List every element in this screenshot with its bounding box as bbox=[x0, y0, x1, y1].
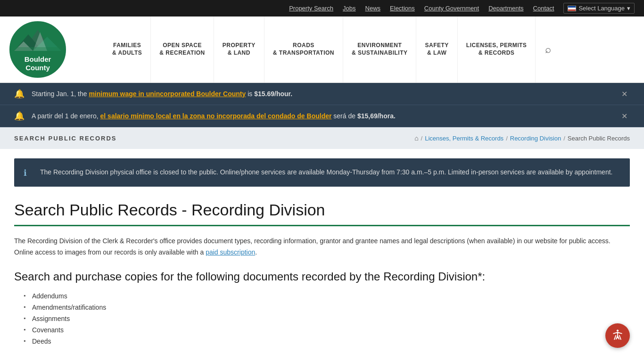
breadcrumb: ⌂ / Licenses, Permits & Records / Record… bbox=[414, 134, 630, 142]
alert-row-english: 🔔 Starting Jan. 1, the minimum wage in u… bbox=[0, 83, 644, 105]
property-search-link[interactable]: Property Search bbox=[289, 5, 333, 12]
nav-property[interactable]: PROPERTY& LAND bbox=[214, 16, 264, 82]
breadcrumb-section: SEARCH PUBLIC RECORDS ⌂ / Licenses, Perm… bbox=[0, 127, 644, 149]
elections-link[interactable]: Elections bbox=[390, 5, 415, 12]
main-content: Search Public Records - Recording Divisi… bbox=[0, 196, 644, 361]
info-icon: ℹ bbox=[24, 168, 33, 178]
top-bar-links: Property Search Jobs News Elections Coun… bbox=[289, 5, 554, 12]
main-header: BoulderCounty FAMILIES& ADULTS OPEN SPAC… bbox=[0, 16, 644, 83]
nav-safety[interactable]: SAFETY& LAW bbox=[416, 16, 457, 82]
bell-icon: 🔔 bbox=[14, 89, 25, 99]
departments-link[interactable]: Departments bbox=[488, 5, 523, 12]
accessibility-button[interactable] bbox=[605, 323, 630, 348]
page-section-title: SEARCH PUBLIC RECORDS bbox=[14, 135, 117, 142]
jobs-link[interactable]: Jobs bbox=[343, 5, 355, 12]
language-selector[interactable]: Select Language ▾ bbox=[563, 3, 635, 14]
logo-mountains bbox=[11, 25, 64, 53]
nav-families[interactable]: FAMILIES& ADULTS bbox=[104, 16, 151, 82]
chevron-down-icon: ▾ bbox=[627, 5, 630, 12]
svg-point-7 bbox=[617, 330, 619, 332]
top-bar: Property Search Jobs News Elections Coun… bbox=[0, 0, 644, 16]
list-item: Amendments/ratifications bbox=[24, 302, 630, 313]
intro-paragraph: The Recording Division of the Clerk & Re… bbox=[14, 236, 630, 258]
nav-open-space[interactable]: OPEN SPACE& RECREATION bbox=[151, 16, 214, 82]
list-item: Covenants bbox=[24, 324, 630, 336]
news-link[interactable]: News bbox=[365, 5, 381, 12]
page-title: Search Public Records - Recording Divisi… bbox=[14, 201, 630, 226]
language-icon bbox=[568, 6, 576, 11]
list-item: Deeds bbox=[24, 336, 630, 347]
bell-icon-2: 🔔 bbox=[14, 111, 25, 121]
breadcrumb-current: Search Public Records bbox=[568, 135, 630, 142]
logo-text: BoulderCounty bbox=[11, 53, 64, 74]
info-box: ℹ The Recording Division physical office… bbox=[14, 158, 630, 187]
language-selector-label: Select Language bbox=[578, 5, 625, 12]
paid-subscription-link[interactable]: paid subscription bbox=[206, 248, 255, 256]
alert-close-spanish[interactable]: ✕ bbox=[619, 112, 630, 121]
home-icon: ⌂ bbox=[414, 134, 418, 142]
alert-text-english: Starting Jan. 1, the minimum wage in uni… bbox=[32, 89, 612, 99]
section-heading: Search and purchase copies for the follo… bbox=[14, 270, 630, 283]
search-icon: ⌕ bbox=[545, 43, 551, 56]
accessibility-icon bbox=[611, 329, 625, 343]
list-item: Addendums bbox=[24, 290, 630, 302]
contact-link[interactable]: Contact bbox=[533, 5, 554, 12]
list-item: Assignments bbox=[24, 313, 630, 324]
svg-rect-5 bbox=[14, 47, 61, 51]
document-list: Addendums Amendments/ratifications Assig… bbox=[14, 290, 630, 347]
alert-text-spanish: A partir del 1 de enero, el salario míni… bbox=[32, 111, 612, 121]
breadcrumb-recording[interactable]: Recording Division bbox=[510, 135, 561, 142]
alerts-area: 🔔 Starting Jan. 1, the minimum wage in u… bbox=[0, 83, 644, 127]
alert-row-spanish: 🔔 A partir del 1 de enero, el salario mí… bbox=[0, 105, 644, 127]
logo-area: BoulderCounty bbox=[0, 16, 104, 82]
nav-environment[interactable]: ENVIRONMENT& SUSTAINABILITY bbox=[343, 16, 416, 82]
info-box-text: The Recording Division physical office i… bbox=[40, 167, 612, 177]
alert-link-spanish[interactable]: el salario mínimo local en la zona no in… bbox=[100, 112, 332, 120]
main-navigation: FAMILIES& ADULTS OPEN SPACE& RECREATION … bbox=[104, 16, 644, 82]
search-button[interactable]: ⌕ bbox=[536, 16, 561, 82]
alert-close-english[interactable]: ✕ bbox=[619, 90, 630, 99]
breadcrumb-licenses[interactable]: Licenses, Permits & Records bbox=[425, 135, 504, 142]
nav-roads[interactable]: ROADS& TRANSPORTATION bbox=[264, 16, 343, 82]
nav-licenses[interactable]: LICENSES, PERMITS& RECORDS bbox=[458, 16, 536, 82]
county-government-link[interactable]: County Government bbox=[424, 5, 479, 12]
logo[interactable]: BoulderCounty bbox=[9, 21, 66, 78]
alert-link-english[interactable]: minimum wage in unincorporated Boulder C… bbox=[89, 90, 246, 98]
